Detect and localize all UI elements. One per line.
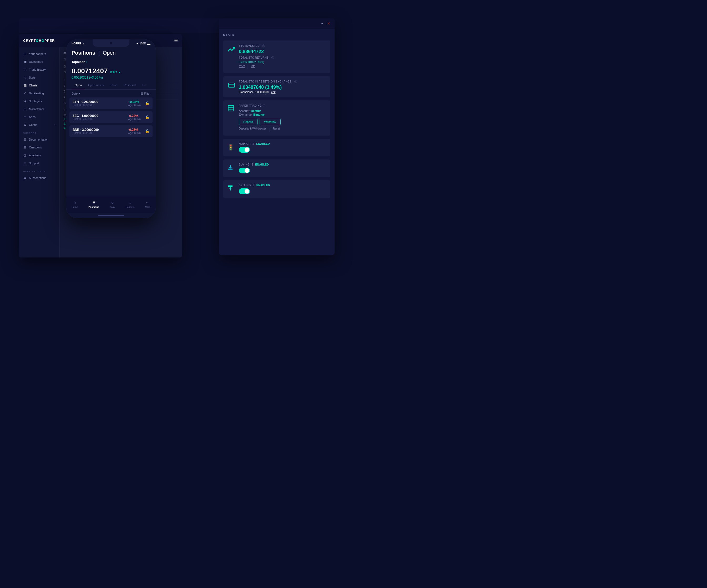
hopper-selector[interactable]: Tapoleon › [66,59,156,66]
sidebar-item-charts[interactable]: ▦ Charts [19,81,60,89]
assets-info-icon: ⓘ [294,80,297,83]
reset-link[interactable]: reset [239,65,245,69]
nav-stats[interactable]: ∿ Stats [108,199,117,210]
bnb-age: Age: 8 min [128,132,141,135]
sidebar-item-trade-history[interactable]: ◷ Trade history [19,66,60,74]
stats-title: STATS [223,33,330,36]
battery-text: 100% [139,42,146,45]
date-filter[interactable]: Date ▾ [71,92,80,95]
sidebar-label-apps: Apps [29,115,35,118]
paper-account-value: Default [251,109,261,112]
phone-camera [110,42,112,44]
titlebar: − ✕ [219,19,335,29]
sidebar-item-your-hoppers[interactable]: ⊞ Your hoppers [19,50,60,58]
total-btc-assets-label: TOTAL BTC IN ASSETS ON EXCHANGE: [239,80,293,83]
bnb-change: -0.25% [128,128,141,132]
nav-more-label: More [145,206,150,208]
support-section-label: SUPPORT [19,129,60,136]
tab-open-orders[interactable]: Open orders [85,81,107,89]
questions-icon: ⊟ [23,146,27,149]
tab-reserved[interactable]: Reserved [121,81,139,89]
sidebar-item-documentation[interactable]: ⊟ Documentation [19,136,60,143]
sidebar-item-support[interactable]: ⊟ Support [19,159,60,167]
withdraw-button[interactable]: Withdraw [260,119,281,125]
upload-icon [227,185,236,193]
selling-enabled-toggle[interactable] [239,188,250,194]
sidebar-item-strategies[interactable]: ◈ Strategies [19,97,60,105]
sidebar-item-marketplace[interactable]: ⊟ Marketplace [19,105,60,113]
charts-icon: ▦ [23,83,27,87]
tab-open[interactable]: Open [71,81,85,89]
date-filter-arrow: ▾ [79,92,80,95]
selling-enabled-label: SELLING IS ENABLED [239,184,326,187]
buying-enabled-toggle[interactable] [239,168,250,173]
paper-trading-label: PAPER TRADING [239,104,262,107]
paper-exchange-value: Binance [253,113,265,116]
filter-row: Date ▾ ⊟ Filter [66,89,156,98]
bnb-cost: Cost: 0.00696000 [73,132,126,135]
tab-history[interactable]: History [139,81,150,89]
sidebar-item-dashboard[interactable]: ▣ Dashboard [19,58,60,66]
wifi-icon: ▲ [82,42,85,45]
history-icon: ◷ [23,68,27,71]
phone-tabs: Open Open orders Short Reserved History [66,81,156,89]
zec-age: Age: 8 min [128,118,141,121]
sidebar-item-questions[interactable]: ⊟ Questions [19,143,60,151]
sidebar-item-backtesting[interactable]: ✓ Backtesting [19,89,60,97]
carrier-text: HOPPIE [71,42,81,45]
sidebar-item-academy[interactable]: ◷ Academy [19,151,60,159]
nav-positions[interactable]: ≡ Positions [86,199,101,210]
sidebar-label-strategies: Strategies [29,100,42,103]
filter-button[interactable]: ⊟ Filter [140,92,150,96]
nav-more[interactable]: ··· More [143,199,153,210]
edit-link[interactable]: edit [271,90,275,94]
nav-hoppers[interactable]: ○ Hoppers [123,199,136,210]
nav-home-label: Home [71,206,78,208]
bnb-amount: 3.00000000 [82,128,99,132]
academy-icon: ◷ [23,153,27,157]
info-link[interactable]: info [251,65,255,69]
sidebar-item-apps[interactable]: ✦ Apps [19,113,60,121]
paper-exchange-row: Exchange: Binance [239,113,326,116]
dashboard-icon: ▣ [23,60,27,64]
sidebar-label-config: Config [29,123,37,126]
zec-change: -0.24% [128,114,141,118]
position-eth[interactable]: ETH · 0.25000000 Cost: 0.00530500 +0.08%… [69,98,153,109]
position-bnb[interactable]: BNB · 3.00000000 Cost: 0.00696000 -0.25%… [69,125,153,137]
sidebar-label-support: Support [29,161,39,165]
btc-assets-card: TOTAL BTC IN ASSETS ON EXCHANGE: ⓘ 1.034… [223,76,330,97]
bottom-nav: ⌂ Home ≡ Positions ∿ Stats ○ Hoppers ··· [66,196,156,213]
nav-stats-icon: ∿ [110,200,114,205]
tab-short[interactable]: Short [107,81,121,89]
positions-icon: ≡ [93,200,95,205]
logo: CRYPTOHOPPER [23,39,55,43]
position-list: ETH · 0.25000000 Cost: 0.00530500 +0.08%… [66,98,156,196]
deposit-button[interactable]: Deposit [239,119,258,125]
position-zec[interactable]: ZEC · 1.00000000 Cost: 0.0417800 -0.24% … [69,111,153,123]
balance-sub: 0.00020351 (+3.56 %) [71,76,150,79]
nav-home[interactable]: ⌂ Home [69,199,80,210]
minimize-button[interactable]: − [321,22,323,26]
nav-positions-label: Positions [88,206,99,208]
hamburger-icon[interactable]: ☰ [174,38,178,43]
grid-icon: ⊞ [23,52,27,56]
close-button[interactable]: ✕ [328,22,330,26]
sidebar-item-stats[interactable]: ∿ Stats [19,74,60,81]
sidebar-label-charts: Charts [29,84,37,87]
col-5 [152,78,178,81]
more-icon: ··· [146,200,149,205]
docs-icon: ⊟ [23,138,27,141]
sidebar: ⊞ Your hoppers ▣ Dashboard ◷ Trade histo… [19,47,60,257]
reset-link2[interactable]: Reset [273,127,280,132]
deposits-withdrawals-link[interactable]: Deposits & Withdrawals [239,127,267,132]
apps-icon: ✦ [23,115,27,119]
sidebar-item-subscriptions[interactable]: ◉ Subscriptions [19,174,60,182]
zec-cost: Cost: 0.0417800 [73,118,126,121]
sidebar-item-config[interactable]: ⚙ Config › [19,121,60,129]
filter-icon: ⊟ [140,92,143,96]
download-icon [227,164,236,172]
currency-dropdown-icon[interactable]: ▾ [119,71,121,74]
zec-coin: ZEC · [73,114,81,118]
strategies-icon: ◈ [23,99,27,103]
hopper-enabled-toggle[interactable] [239,147,250,153]
